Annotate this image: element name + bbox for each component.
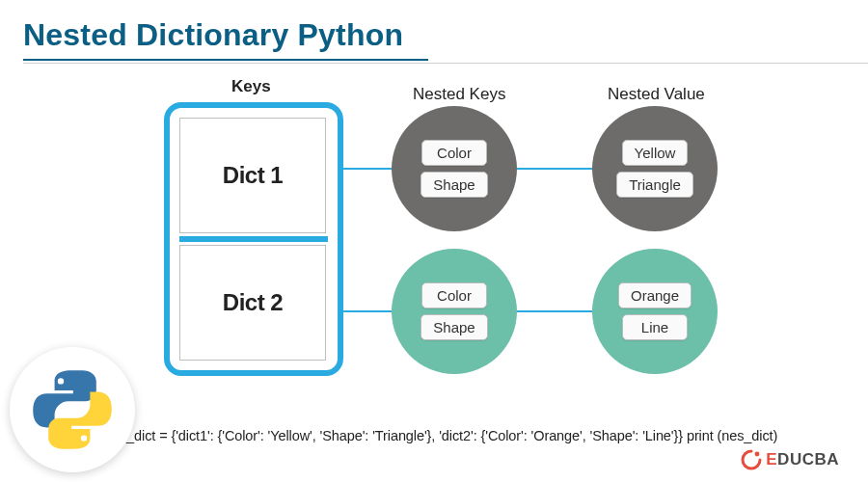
nested-key-chip: Shape [420,314,487,340]
column-header-nested-value: Nested Value [608,85,705,104]
svg-point-0 [755,452,760,457]
code-example: nes_dict = {'dict1': {'Color': 'Yellow',… [104,428,777,443]
header: Nested Dictionary Python [0,0,868,64]
nested-key-chip: Color [421,140,487,166]
nested-key-chip: Color [421,282,487,308]
brand-rest: DUCBA [777,450,839,469]
page-title: Nested Dictionary Python [23,17,868,53]
column-header-nested-keys: Nested Keys [413,85,505,104]
title-divider [23,63,868,64]
nested-keys-circle-2: Color Shape [392,249,517,374]
python-logo-badge [10,347,135,472]
nested-value-chip: Yellow [622,140,689,166]
column-header-keys: Keys [231,77,271,96]
nested-key-chip: Shape [420,172,487,198]
brand-text: EDUCBA [766,450,839,469]
nested-value-chip: Orange [618,282,692,308]
brand-logo: EDUCBA [741,449,839,470]
outer-key-cell-1: Dict 1 [179,118,326,233]
python-icon [30,367,115,452]
outer-key-1-label: Dict 1 [223,162,283,189]
keys-divider [179,236,328,242]
nested-value-circle-1: Yellow Triangle [592,106,718,231]
keys-container: Dict 1 Dict 2 [164,102,343,376]
nested-value-chip: Triangle [616,172,693,198]
brand-icon [741,449,762,470]
title-underline [23,59,428,61]
brand-accent: E [766,450,777,469]
nested-value-chip: Line [622,314,688,340]
nested-value-circle-2: Orange Line [592,249,718,374]
diagram-area: Keys Nested Keys Nested Value Dict 1 Dic… [164,75,820,413]
nested-keys-circle-1: Color Shape [392,106,517,231]
outer-key-cell-2: Dict 2 [179,245,326,361]
outer-key-2-label: Dict 2 [223,289,283,316]
